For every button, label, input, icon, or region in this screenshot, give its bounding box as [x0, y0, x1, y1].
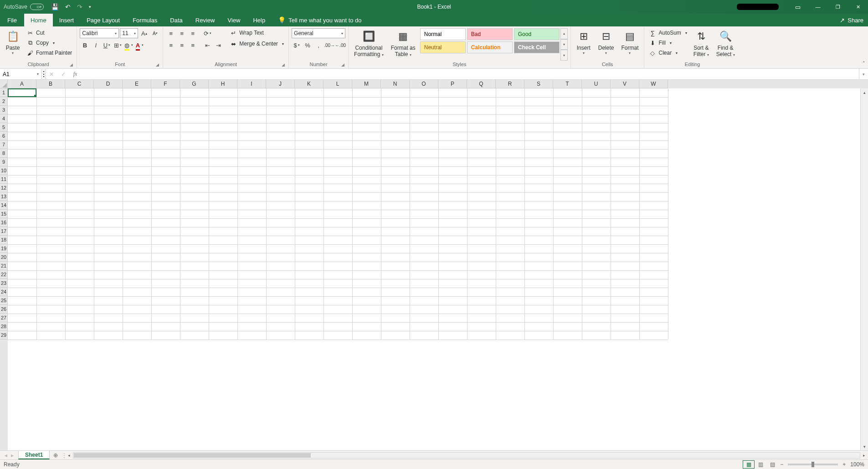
- increase-indent-button[interactable]: ⇥: [213, 40, 223, 50]
- fill-color-button[interactable]: ◍▾: [123, 40, 134, 50]
- font-name-combo[interactable]: Calibri▾: [80, 28, 119, 38]
- gallery-scroll-down[interactable]: ▾: [560, 39, 568, 50]
- percent-format-button[interactable]: %: [303, 40, 313, 50]
- column-header[interactable]: H: [209, 80, 237, 88]
- save-icon[interactable]: 💾: [51, 3, 59, 10]
- conditional-formatting-button[interactable]: 🔲 Conditional Formatting ▾: [351, 28, 386, 61]
- enter-formula-icon[interactable]: ✓: [57, 71, 69, 77]
- hscroll-right-icon[interactable]: ▸: [860, 453, 868, 458]
- font-color-button[interactable]: A▾: [134, 40, 144, 50]
- view-normal-icon[interactable]: ▦: [743, 460, 755, 469]
- undo-icon[interactable]: ↶: [65, 3, 71, 10]
- align-middle-button[interactable]: ≡: [177, 28, 187, 38]
- column-header[interactable]: R: [496, 80, 524, 88]
- column-header[interactable]: I: [237, 80, 266, 88]
- align-right-button[interactable]: ≡: [188, 40, 198, 50]
- accounting-format-button[interactable]: $▾: [292, 40, 302, 50]
- column-header[interactable]: L: [324, 80, 352, 88]
- row-header[interactable]: 5: [0, 123, 8, 132]
- font-size-combo[interactable]: 11▾: [120, 28, 138, 38]
- decrease-indent-button[interactable]: ⇤: [202, 40, 212, 50]
- column-header[interactable]: S: [524, 80, 553, 88]
- scroll-down-icon[interactable]: ▾: [861, 443, 868, 450]
- column-header[interactable]: E: [123, 80, 151, 88]
- decrease-decimal-button[interactable]: ←.00: [335, 40, 345, 50]
- vertical-scrollbar[interactable]: ▴ ▾: [860, 88, 868, 450]
- align-center-button[interactable]: ≡: [177, 40, 187, 50]
- cells-area[interactable]: [8, 88, 860, 450]
- column-header[interactable]: G: [180, 80, 209, 88]
- clear-button[interactable]: ◇Clear▾: [647, 48, 688, 57]
- column-header[interactable]: A: [8, 80, 36, 88]
- column-header[interactable]: W: [639, 80, 668, 88]
- style-check-cell[interactable]: Check Cell: [514, 41, 560, 53]
- row-header[interactable]: 7: [0, 140, 8, 149]
- row-header[interactable]: 16: [0, 218, 8, 227]
- insert-function-icon[interactable]: fx: [69, 71, 81, 77]
- tab-scroll-splitter[interactable]: ⋮: [62, 452, 65, 459]
- column-header[interactable]: V: [611, 80, 639, 88]
- align-top-button[interactable]: ≡: [166, 28, 176, 38]
- borders-button[interactable]: ⊞▾: [113, 40, 123, 50]
- column-header[interactable]: B: [36, 80, 65, 88]
- zoom-value[interactable]: 100%: [850, 461, 864, 468]
- find-select-button[interactable]: 🔍Find &Select ▾: [714, 28, 738, 61]
- italic-button[interactable]: I: [91, 40, 101, 50]
- tab-page-layout[interactable]: Page Layout: [80, 14, 126, 26]
- row-header[interactable]: 22: [0, 270, 8, 279]
- tab-review[interactable]: Review: [189, 14, 221, 26]
- decrease-font-button[interactable]: A▾: [150, 28, 160, 38]
- row-header[interactable]: 15: [0, 210, 8, 218]
- align-bottom-button[interactable]: ≡: [188, 28, 198, 38]
- style-calculation[interactable]: Calculation: [467, 41, 513, 53]
- tab-data[interactable]: Data: [164, 14, 189, 26]
- insert-cells-button[interactable]: ⊞Insert▾: [574, 28, 594, 61]
- vertical-scroll-track[interactable]: [861, 96, 868, 443]
- tab-file[interactable]: File: [0, 14, 24, 26]
- dialog-launcher-icon[interactable]: ◢: [70, 62, 73, 67]
- underline-button[interactable]: U▾: [102, 40, 112, 50]
- select-all-corner[interactable]: [0, 80, 8, 88]
- row-header[interactable]: 24: [0, 288, 8, 296]
- sheet-nav-next-icon[interactable]: ▸: [11, 452, 14, 459]
- dialog-launcher-icon[interactable]: ◢: [156, 62, 159, 67]
- column-header[interactable]: J: [266, 80, 295, 88]
- format-cells-button[interactable]: ▤Format▾: [618, 28, 641, 61]
- style-good[interactable]: Good: [514, 28, 560, 40]
- comma-format-button[interactable]: ,: [313, 40, 324, 50]
- row-header[interactable]: 4: [0, 114, 8, 123]
- paste-button[interactable]: 📋 Paste ▾: [3, 28, 23, 61]
- column-header[interactable]: T: [553, 80, 582, 88]
- zoom-in-button[interactable]: +: [841, 461, 847, 468]
- row-header[interactable]: 27: [0, 314, 8, 322]
- tab-formulas[interactable]: Formulas: [126, 14, 164, 26]
- zoom-slider[interactable]: [788, 464, 838, 465]
- gallery-more[interactable]: ▾: [560, 50, 568, 61]
- row-header[interactable]: 6: [0, 132, 8, 140]
- row-header[interactable]: 8: [0, 149, 8, 158]
- column-header[interactable]: K: [295, 80, 324, 88]
- column-header[interactable]: O: [410, 80, 438, 88]
- autosave-toggle[interactable]: AutoSave Off: [4, 4, 44, 10]
- tab-view[interactable]: View: [221, 14, 247, 26]
- column-header[interactable]: F: [151, 80, 180, 88]
- view-page-layout-icon[interactable]: ▥: [755, 460, 766, 469]
- increase-font-button[interactable]: A▴: [139, 28, 149, 38]
- zoom-slider-thumb[interactable]: [812, 462, 814, 467]
- wrap-text-button[interactable]: ↵Wrap Text: [228, 28, 286, 37]
- merge-center-button[interactable]: ⬌Merge & Center▾: [228, 39, 286, 48]
- dialog-launcher-icon[interactable]: ◢: [282, 62, 285, 67]
- zoom-out-button[interactable]: −: [778, 461, 785, 468]
- tab-insert[interactable]: Insert: [53, 14, 81, 26]
- number-format-combo[interactable]: General▾: [292, 28, 345, 38]
- dialog-launcher-icon[interactable]: ◢: [341, 62, 344, 67]
- row-header[interactable]: 12: [0, 184, 8, 192]
- cut-button[interactable]: ✂Cut: [25, 28, 74, 37]
- sheet-tab-1[interactable]: Sheet1: [18, 451, 50, 459]
- sheet-nav-prev-icon[interactable]: ◂: [5, 452, 7, 459]
- column-header[interactable]: M: [352, 80, 381, 88]
- hscroll-left-icon[interactable]: ◂: [65, 453, 73, 458]
- view-page-break-icon[interactable]: ▤: [766, 460, 778, 469]
- row-header[interactable]: 21: [0, 262, 8, 270]
- bold-button[interactable]: B: [80, 40, 90, 50]
